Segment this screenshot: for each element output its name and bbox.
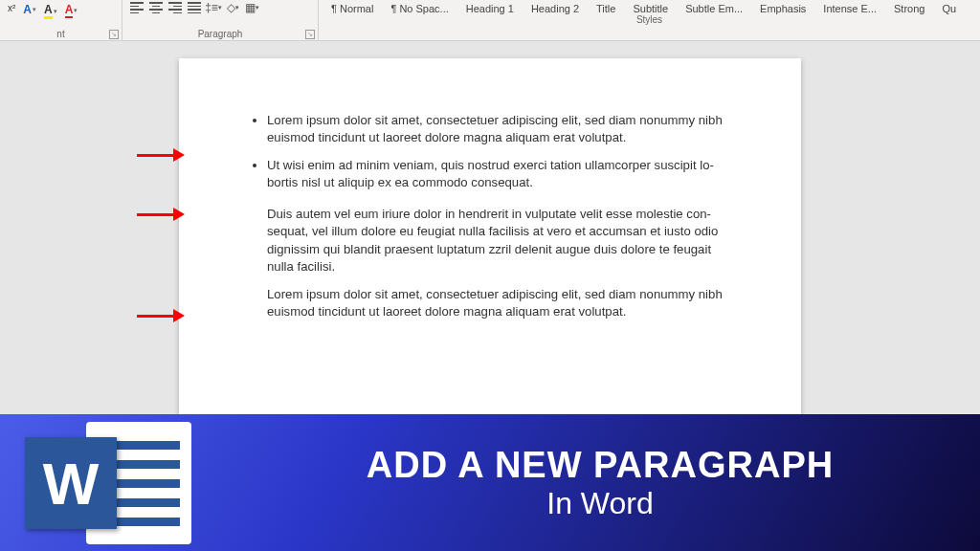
annotation-arrow-icon (137, 208, 185, 221)
borders-button[interactable]: ▦▾ (243, 0, 260, 15)
font-dialog-launcher[interactable]: ↘ (109, 30, 119, 39)
banner-subtitle: In Word (220, 486, 980, 521)
font-color-button[interactable]: A▾ (63, 2, 80, 19)
style-emphasis[interactable]: Emphasis (751, 3, 814, 14)
ribbon-group-styles: ¶ Normal ¶ No Spac... Heading 1 Heading … (319, 0, 980, 41)
style-title[interactable]: Title (588, 3, 624, 14)
shading-button[interactable]: ◇▾ (224, 0, 241, 15)
word-logo-w-icon: W (25, 437, 117, 529)
align-right-button[interactable] (167, 0, 184, 15)
ribbon: x² A▾ A▾ A▾ nt ↘ ‡≡▾ ◇▾ ▦▾ Paragraph ↘ (0, 0, 980, 41)
paragraph-text[interactable]: Lorem ipsum dolor sit amet, consectetuer… (267, 286, 734, 321)
style-no-spacing[interactable]: ¶ No Spac... (382, 3, 457, 14)
style-heading1[interactable]: Heading 1 (457, 3, 523, 14)
line-spacing-button[interactable]: ‡≡▾ (205, 0, 222, 15)
page[interactable]: Lorem ipsum dolor sit amet, consectetuer… (179, 58, 801, 414)
tutorial-banner: W ADD A NEW PARAGRAPH In Word (0, 414, 980, 551)
ribbon-group-font: x² A▾ A▾ A▾ nt ↘ (0, 0, 122, 41)
style-intense-emphasis[interactable]: Intense E... (814, 3, 885, 14)
annotation-arrow-icon (137, 148, 185, 162)
paragraph-text[interactable]: Duis autem vel eum iriure dolor in hendr… (267, 206, 734, 276)
paragraph-dialog-launcher[interactable]: ↘ (305, 30, 315, 39)
bulleted-list: Lorem ipsum dolor sit amet, consectetuer… (246, 112, 734, 192)
styles-group-label: Styles (319, 14, 980, 27)
align-center-button[interactable] (147, 0, 165, 15)
ribbon-group-paragraph: ‡≡▾ ◇▾ ▦▾ Paragraph ↘ (122, 0, 319, 41)
list-item[interactable]: Ut wisi enim ad minim veniam, quis nostr… (267, 157, 734, 192)
paragraph-group-label: Paragraph ↘ (122, 29, 318, 41)
align-justify-button[interactable] (186, 0, 203, 15)
styles-gallery: ¶ Normal ¶ No Spac... Heading 1 Heading … (319, 0, 980, 14)
style-subtle-emphasis[interactable]: Subtle Em... (677, 3, 751, 14)
highlight-button[interactable]: A▾ (42, 2, 59, 20)
text-effects-button[interactable]: A▾ (21, 2, 38, 17)
annotation-arrow-icon (137, 309, 185, 322)
align-left-button[interactable] (128, 0, 145, 15)
superscript-button[interactable]: x² (6, 2, 17, 14)
font-group-label: nt ↘ (0, 29, 122, 41)
document-workspace: Lorem ipsum dolor sit amet, consectetuer… (0, 41, 980, 414)
style-subtitle[interactable]: Subtitle (624, 3, 677, 14)
style-strong[interactable]: Strong (885, 3, 933, 14)
style-heading2[interactable]: Heading 2 (523, 3, 588, 14)
style-quote[interactable]: Qu (933, 3, 965, 14)
banner-title: ADD A NEW PARAGRAPH (220, 445, 980, 486)
word-logo-icon: W (0, 414, 220, 551)
style-normal[interactable]: ¶ Normal (323, 3, 382, 14)
list-item[interactable]: Lorem ipsum dolor sit amet, consectetuer… (267, 112, 734, 147)
banner-text: ADD A NEW PARAGRAPH In Word (220, 445, 980, 521)
